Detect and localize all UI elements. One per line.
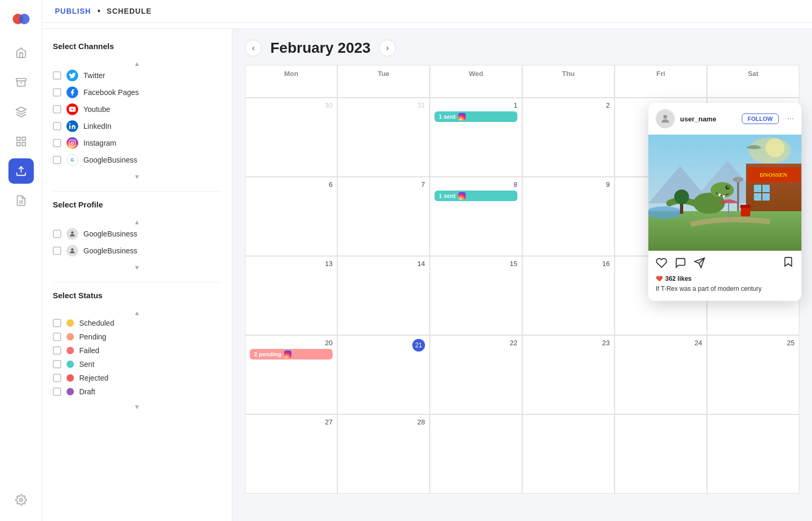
filter-profile-gb2[interactable]: GoogleBusiness xyxy=(53,245,221,257)
event-feb20-label: 2 pending xyxy=(254,351,281,357)
rejected-label: Rejected xyxy=(79,374,108,382)
next-month-button[interactable]: › xyxy=(379,40,396,56)
checkbox-draft[interactable] xyxy=(53,387,61,396)
nav-publish[interactable] xyxy=(8,158,34,184)
scroll-down-indicator: ▼ xyxy=(53,173,221,181)
share-icon[interactable] xyxy=(694,257,705,269)
nav-document[interactable] xyxy=(8,188,34,213)
facebook-label: Facebook Pages xyxy=(83,88,139,97)
checkbox-profile-gb1[interactable] xyxy=(53,230,61,238)
checkbox-rejected[interactable] xyxy=(53,374,61,382)
comment-icon[interactable] xyxy=(675,257,686,269)
nav-layers[interactable] xyxy=(8,99,34,125)
popup-follow-button[interactable]: FOLLOW xyxy=(742,113,779,124)
save-icon[interactable] xyxy=(782,256,794,270)
profile-gb2-avatar xyxy=(67,245,78,257)
cal-cell-feb23[interactable]: 23 xyxy=(523,336,615,414)
filter-status-rejected[interactable]: Rejected xyxy=(53,374,221,382)
instagram-event-icon xyxy=(458,113,466,120)
event-feb1-sent[interactable]: 1 sent xyxy=(435,111,517,122)
nav-settings[interactable] xyxy=(8,487,34,513)
googlebusiness-label: GoogleBusiness xyxy=(83,156,137,164)
popup-header: user_name FOLLOW ··· xyxy=(648,103,801,135)
checkbox-twitter[interactable] xyxy=(53,71,61,80)
channels-title: Select Channels xyxy=(53,42,221,51)
nav-archive[interactable] xyxy=(8,70,34,95)
checkbox-failed[interactable] xyxy=(53,346,61,355)
popup-avatar xyxy=(656,109,675,128)
cal-cell-feb2[interactable]: 2 xyxy=(523,98,615,177)
checkbox-facebook[interactable] xyxy=(53,88,61,97)
cal-cell-feb24[interactable]: 24 xyxy=(615,336,707,414)
cal-cell-feb8[interactable]: 8 1 sent xyxy=(430,177,522,256)
filter-channel-linkedin[interactable]: LinkedIn xyxy=(53,120,221,132)
channels-divider xyxy=(53,191,221,192)
scroll-up-indicator: ▲ xyxy=(53,60,221,68)
svg-text:DNOSSEN: DNOSSEN xyxy=(760,172,787,178)
filter-channel-facebook[interactable]: Facebook Pages xyxy=(53,87,221,98)
cal-cell-feb28[interactable]: 28 xyxy=(338,415,430,494)
filter-status-scheduled[interactable]: Scheduled xyxy=(53,319,221,327)
youtube-label: Youtube xyxy=(83,105,110,113)
filter-channel-googlebusiness[interactable]: G GoogleBusiness xyxy=(53,154,221,166)
checkbox-googlebusiness[interactable] xyxy=(53,156,61,164)
svg-rect-7 xyxy=(22,143,25,146)
checkbox-profile-gb2[interactable] xyxy=(53,247,61,255)
app-logo[interactable] xyxy=(11,8,32,30)
checkbox-linkedin[interactable] xyxy=(53,122,61,130)
cal-cell-feb21[interactable]: 21 xyxy=(338,336,430,414)
cal-cell-feb25[interactable]: 25 xyxy=(707,336,799,414)
nav-home[interactable] xyxy=(8,40,34,65)
cal-cell-jan31[interactable]: 31 xyxy=(338,98,430,177)
prev-month-button[interactable]: ‹ xyxy=(245,40,262,56)
svg-rect-4 xyxy=(16,137,20,140)
nav-grid[interactable] xyxy=(8,129,34,154)
day-header-fri: Fri xyxy=(615,65,707,98)
event-feb20-pending[interactable]: 2 pending xyxy=(250,349,333,359)
cal-cell-feb1[interactable]: 1 1 sent xyxy=(430,98,522,177)
cal-cell-feb16[interactable]: 16 xyxy=(523,257,615,335)
checkbox-sent[interactable] xyxy=(53,360,61,368)
rejected-dot xyxy=(67,374,74,382)
day-num-feb16: 16 xyxy=(527,260,610,268)
filter-channel-instagram[interactable]: Instagram xyxy=(53,137,221,149)
filter-status-draft[interactable]: Draft xyxy=(53,387,221,396)
cal-cell-feb15[interactable]: 15 xyxy=(430,257,522,335)
cal-cell-feb6[interactable]: 6 xyxy=(246,177,337,256)
cal-cell-feb14[interactable]: 14 xyxy=(338,257,430,335)
calendar-area: ‹ February 2023 › Mon Tue Wed Thu Fri Sa… xyxy=(232,29,812,521)
checkbox-instagram[interactable] xyxy=(53,139,61,147)
checkbox-youtube[interactable] xyxy=(53,105,61,113)
profile-divider xyxy=(53,282,221,282)
instagram-event-icon-3 xyxy=(284,351,291,358)
filter-status-failed[interactable]: Failed xyxy=(53,346,221,355)
cal-cell-feb9[interactable]: 9 xyxy=(523,177,615,256)
cal-cell-feb27[interactable]: 27 xyxy=(246,415,337,494)
cal-cell-feb7[interactable]: 7 xyxy=(338,177,430,256)
cal-cell-feb20[interactable]: 20 2 pending xyxy=(246,336,337,414)
checkbox-pending[interactable] xyxy=(53,333,61,341)
filter-channel-twitter[interactable]: Twitter xyxy=(53,70,221,81)
popup-more-button[interactable]: ··· xyxy=(787,114,794,124)
sent-dot xyxy=(67,361,74,368)
profile-scroll-down: ▼ xyxy=(53,264,221,271)
svg-rect-41 xyxy=(712,197,722,205)
cal-cell-empty3 xyxy=(615,415,707,494)
checkbox-scheduled[interactable] xyxy=(53,319,61,327)
day-num-feb22: 22 xyxy=(435,339,517,347)
svg-rect-33 xyxy=(737,179,739,211)
filter-profile-gb1[interactable]: GoogleBusiness xyxy=(53,228,221,240)
like-icon[interactable] xyxy=(656,257,667,269)
facebook-icon xyxy=(67,87,78,98)
filter-status-sent[interactable]: Sent xyxy=(53,360,221,368)
likes-count: 362 likes xyxy=(665,275,692,282)
cal-cell-feb22[interactable]: 22 xyxy=(430,336,522,414)
event-feb8-sent[interactable]: 1 sent xyxy=(435,191,517,201)
cal-cell-feb13[interactable]: 13 xyxy=(246,257,337,335)
cal-cell-jan30[interactable]: 30 xyxy=(246,98,337,177)
day-header-thu: Thu xyxy=(523,65,615,98)
day-num-feb13: 13 xyxy=(250,260,333,268)
filter-channel-youtube[interactable]: Youtube xyxy=(53,103,221,115)
filter-status-pending[interactable]: Pending xyxy=(53,333,221,341)
svg-rect-14 xyxy=(69,140,75,146)
